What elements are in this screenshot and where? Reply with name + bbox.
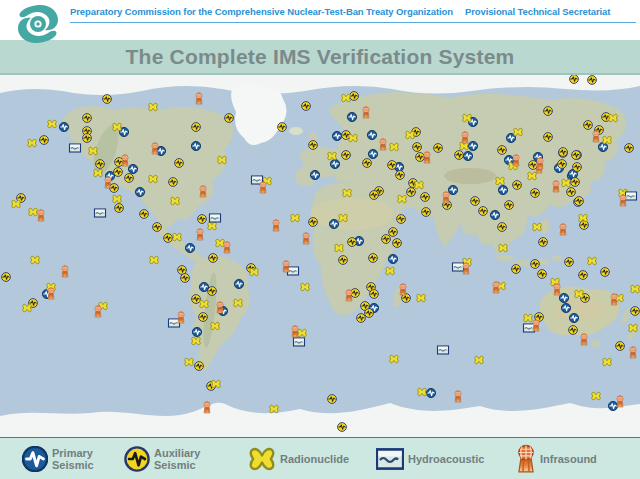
infrasound-marker [554, 284, 560, 295]
legend-label-line1: Infrasound [540, 453, 597, 465]
hydroacoustic-marker [288, 267, 299, 275]
auxiliary-seismic-marker [505, 201, 514, 210]
infrasound-marker [593, 131, 599, 142]
primary-seismic-marker [426, 388, 435, 397]
hydroacoustic-marker [453, 263, 464, 271]
auxiliary-seismic-marker [413, 143, 422, 152]
auxiliary-seismic-marker [601, 268, 610, 277]
auxiliary-seismic-marker [199, 313, 208, 322]
infrasound-marker [260, 182, 266, 193]
infrasound-marker [443, 192, 449, 203]
auxiliary-seismic-marker [434, 144, 443, 153]
auxiliary-seismic-marker [181, 274, 190, 283]
auxiliary-seismic-marker [370, 290, 379, 299]
primary-seismic-marker [559, 293, 568, 302]
auxiliary-seismic-marker [169, 178, 178, 187]
auxiliary-seismic-marker [209, 254, 218, 263]
secretariat-text: Provisional Technical Secretariat [465, 6, 610, 17]
infrasound-marker [273, 220, 279, 231]
auxiliary-seismic-marker [572, 151, 581, 160]
auxiliary-seismic-marker [363, 159, 372, 168]
auxiliary-seismic-marker [115, 204, 124, 213]
page-title: The Complete IMS Verification System [126, 45, 515, 69]
infrasound-marker [617, 396, 623, 407]
infrasound-marker [455, 391, 461, 402]
primary-seismic-marker [561, 303, 570, 312]
auxiliary-seismic-marker [571, 178, 580, 187]
primary-seismic-marker [332, 131, 341, 140]
infrasound-marker [197, 229, 203, 240]
auxiliary-seismic-marker [407, 188, 416, 197]
auxiliary-seismic-marker [471, 197, 480, 206]
auxiliary-seismic-marker [416, 153, 425, 162]
auxiliary-seismic-marker [544, 107, 553, 116]
auxiliary-seismic-marker [309, 141, 318, 150]
primary-seismic-marker [569, 313, 578, 322]
auxiliary-seismic-marker [570, 75, 579, 83]
legend-item-hydroacoustic: Hydroacoustic [376, 438, 484, 479]
auxiliary-seismic-marker [584, 121, 593, 130]
auxiliary-seismic-marker [338, 423, 347, 432]
primary-seismic-marker [135, 187, 144, 196]
auxiliary-seismic-marker [631, 307, 640, 316]
legend-label-line2: Seismic [52, 459, 94, 471]
auxiliary-seismic-marker [498, 146, 507, 155]
auxiliary-seismic-marker [350, 92, 359, 101]
infrasound-marker [283, 261, 289, 272]
infrasound-marker [62, 266, 68, 277]
primary-seismic-marker [191, 141, 200, 150]
header-org-line: Preparatory Commission for the Comprehen… [70, 6, 636, 17]
primary-seismic-marker [310, 170, 319, 179]
infrasound-marker [152, 143, 158, 154]
auxiliary-seismic-marker [192, 123, 201, 132]
infrasound-marker [581, 334, 587, 345]
infrasound-marker [224, 242, 230, 253]
legend-label-line1: Primary [52, 447, 94, 459]
infrasound-marker [424, 152, 430, 163]
infrasound-marker [380, 139, 386, 150]
infrasound-marker [533, 320, 539, 331]
primary-seismic-marker [234, 279, 243, 288]
hydroacoustic-marker [95, 209, 106, 217]
auxiliary-seismic-marker [365, 309, 374, 318]
auxiliary-seismic-marker [328, 395, 337, 404]
infrasound-marker [196, 93, 202, 104]
legend-label-line1: Radionuclide [280, 453, 349, 465]
auxiliary-seismic-marker [309, 218, 318, 227]
infrasound-marker [560, 224, 566, 235]
primary-seismic-marker [388, 254, 397, 263]
auxiliary-seismic-marker [96, 160, 105, 169]
legend-item-primary-seismic: PrimarySeismic [22, 438, 94, 479]
auxiliary-seismic-marker [382, 235, 391, 244]
auxiliary-seismic-marker [397, 215, 406, 224]
primary-seismic-marker [468, 141, 477, 150]
auxiliary-seismic-marker [2, 273, 11, 282]
legend: PrimarySeismic AuxiliarySeismic Radionuc… [0, 437, 640, 479]
auxiliary-seismic-marker [479, 207, 488, 216]
primary-seismic-marker [185, 243, 194, 252]
auxiliary-seismic-marker [342, 151, 351, 160]
auxiliary-seismic-marker [103, 95, 112, 104]
infrasound-marker [462, 132, 468, 143]
auxiliary-seismic-marker [357, 314, 366, 323]
legend-label-line1: Auxiliary [154, 447, 200, 459]
infrasound-marker [303, 233, 309, 244]
infrasound-marker [105, 177, 111, 188]
auxiliary-seismic-marker [208, 287, 217, 296]
header-underline [70, 22, 636, 23]
infrasound-marker [200, 186, 206, 197]
auxiliary-seismic-marker [544, 133, 553, 142]
auxiliary-seismic-marker [559, 148, 568, 157]
auxiliary-seismic-marker [393, 239, 402, 248]
hydroacoustic-marker [210, 214, 221, 222]
infrasound-marker [513, 155, 519, 166]
auxiliary-seismic-marker [40, 136, 49, 145]
auxiliary-seismic-marker [153, 223, 162, 232]
auxiliary-seismic-marker [538, 270, 547, 279]
ims-verification-poster: Preparatory Commission for the Comprehen… [0, 0, 640, 479]
world-map-svg [0, 75, 640, 437]
auxiliary-seismic-marker [625, 144, 634, 153]
auxiliary-seismic-marker [178, 266, 187, 275]
auxiliary-seismic-marker [575, 197, 584, 206]
auxiliary-seismic-marker [370, 191, 379, 200]
